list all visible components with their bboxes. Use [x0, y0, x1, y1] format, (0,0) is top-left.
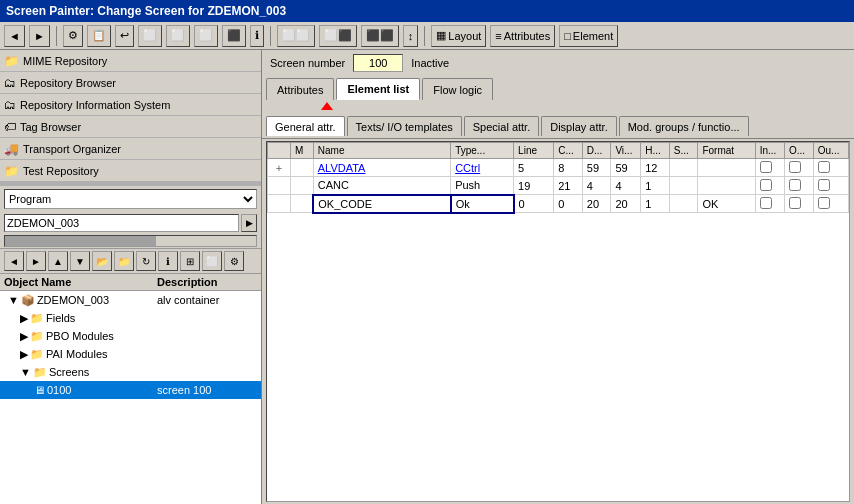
nav-test-repo[interactable]: 📁 Test Repository [0, 160, 261, 182]
scroll-right-btn[interactable]: ▶ [241, 214, 257, 232]
cell-vi: 20 [611, 195, 641, 213]
cell-in [755, 159, 784, 177]
cell-vi: 4 [611, 177, 641, 195]
cell-s [669, 177, 698, 195]
tree-row-zdemon[interactable]: ▼ 📦 ZDEMON_003 alv container [0, 291, 261, 309]
icon-btn-filter[interactable]: ⊞ [180, 251, 200, 271]
col-o: O... [785, 143, 814, 159]
attributes-button[interactable]: ≡ Attributes [490, 25, 555, 47]
cell-type: CCtrl [451, 159, 514, 177]
table-row[interactable]: CANC Push 19 21 4 4 1 [268, 177, 849, 195]
tree-label-fields: Fields [46, 312, 157, 324]
arrow-indicator-row [266, 100, 850, 114]
element-button[interactable]: □ Element [559, 25, 618, 47]
col-h2: H... [641, 143, 670, 159]
nav-test-repo-label: Test Repository [23, 165, 99, 177]
checkbox-ou-2[interactable] [818, 179, 830, 191]
transport-icon: 🚚 [4, 142, 19, 156]
forward-button[interactable]: ► [29, 25, 50, 47]
icon-btn-down[interactable]: ▼ [70, 251, 90, 271]
btn7[interactable]: ⬛ [222, 25, 246, 47]
sub-tab-general[interactable]: General attr. [266, 116, 345, 136]
sub-tab-display[interactable]: Display attr. [541, 116, 616, 136]
btn3[interactable]: ↩ [115, 25, 134, 47]
cell-d: 20 [582, 195, 611, 213]
checkbox-o-2[interactable] [789, 179, 801, 191]
checkbox-in-1[interactable] [760, 161, 772, 173]
btn9[interactable]: ⬜⬜ [277, 25, 315, 47]
icon-btn-info[interactable]: ℹ [158, 251, 178, 271]
cell-h [268, 195, 291, 213]
tab-flow-logic[interactable]: Flow logic [422, 78, 493, 100]
link-alvdata[interactable]: ALVDATA [318, 162, 366, 174]
title-bar: Screen Painter: Change Screen for ZDEMON… [0, 0, 854, 22]
icon-btn-settings[interactable]: ⚙ [224, 251, 244, 271]
cell-o [785, 195, 814, 213]
table-row[interactable]: + ALVDATA CCtrl 5 8 59 59 12 [268, 159, 849, 177]
btn11[interactable]: ⬛⬛ [361, 25, 399, 47]
nav-repo-browser[interactable]: 🗂 Repository Browser [0, 72, 261, 94]
tab-attributes[interactable]: Attributes [266, 78, 334, 100]
btn8[interactable]: ℹ [250, 25, 264, 47]
tree-row-0100[interactable]: 🖥 0100 screen 100 [0, 381, 261, 399]
table-row-ok-code[interactable]: OK_CODE Ok 0 0 20 20 1 OK [268, 195, 849, 213]
btn4[interactable]: ⬜ [138, 25, 162, 47]
tab-element-list[interactable]: Element list [336, 78, 420, 100]
tag-browser-icon: 🏷 [4, 120, 16, 134]
icon-btn-expand[interactable]: ⬜ [202, 251, 222, 271]
btn2[interactable]: 📋 [87, 25, 111, 47]
btn10[interactable]: ⬜⬛ [319, 25, 357, 47]
checkbox-ou-3[interactable] [818, 197, 830, 209]
cell-name[interactable]: ALVDATA [313, 159, 450, 177]
tree-label-pai: PAI Modules [46, 348, 157, 360]
checkbox-in-3[interactable] [760, 197, 772, 209]
icon-toolbar: ◄ ► ▲ ▼ 📂 📁 ↻ ℹ ⊞ ⬜ ⚙ [0, 248, 261, 273]
screen-number-input[interactable] [353, 54, 403, 72]
sub-tab-special[interactable]: Special attr. [464, 116, 539, 136]
test-repo-icon: 📁 [4, 164, 19, 178]
nav-repo-info[interactable]: 🗂 Repository Information System [0, 94, 261, 116]
nav-transport[interactable]: 🚚 Transport Organizer [0, 138, 261, 160]
cell-name: CANC [313, 177, 450, 195]
cell-ou [813, 177, 848, 195]
tree-row-fields[interactable]: ▶ 📁 Fields [0, 309, 261, 327]
back-button[interactable]: ◄ [4, 25, 25, 47]
right-panel: Screen number Inactive Attributes Elemen… [262, 50, 854, 504]
checkbox-o-3[interactable] [789, 197, 801, 209]
icon-btn-refresh[interactable]: ↻ [136, 251, 156, 271]
icon-btn-back[interactable]: ◄ [4, 251, 24, 271]
nav-mime-repo[interactable]: 📁 MIME Repository [0, 50, 261, 72]
icon-btn-folder-up[interactable]: 📂 [92, 251, 112, 271]
tree-row-pbo[interactable]: ▶ 📁 PBO Modules [0, 327, 261, 345]
layout-button[interactable]: ▦ Layout [431, 25, 486, 47]
object-name-input[interactable] [4, 214, 239, 232]
btn5[interactable]: ⬜ [166, 25, 190, 47]
cell-type: Push [451, 177, 514, 195]
dropdown-row: Program Function Group Class [0, 186, 261, 212]
tree-row-screens[interactable]: ▼ 📁 Screens [0, 363, 261, 381]
toolbar: ◄ ► ⚙ 📋 ↩ ⬜ ⬜ ⬜ ⬛ ℹ ⬜⬜ ⬜⬛ ⬛⬛ ↕ ▦ Layout … [0, 22, 854, 50]
icon-btn-forward[interactable]: ► [26, 251, 46, 271]
col-type: Type... [451, 143, 514, 159]
element-list-table-container: M Name Type... Line C... D... Vi... H...… [266, 141, 850, 502]
sub-tab-mod-groups[interactable]: Mod. groups / functio... [619, 116, 749, 136]
btn1[interactable]: ⚙ [63, 25, 83, 47]
icon-btn-up[interactable]: ▲ [48, 251, 68, 271]
folder-icon-zdemon: 📦 [21, 294, 35, 307]
tree-row-pai[interactable]: ▶ 📁 PAI Modules [0, 345, 261, 363]
sub-tab-texts[interactable]: Texts/ I/O templates [347, 116, 462, 136]
link-cctrl[interactable]: CCtrl [455, 162, 480, 174]
program-dropdown[interactable]: Program Function Group Class [4, 189, 257, 209]
checkbox-o-1[interactable] [789, 161, 801, 173]
cell-line: 0 [514, 195, 554, 213]
cell-o [785, 159, 814, 177]
icon-btn-folder-close[interactable]: 📁 [114, 251, 134, 271]
checkbox-in-2[interactable] [760, 179, 772, 191]
element-icon: □ [564, 30, 571, 42]
folder-icon-pai: 📁 [30, 348, 44, 361]
btn6[interactable]: ⬜ [194, 25, 218, 47]
checkbox-ou-1[interactable] [818, 161, 830, 173]
scrollbar-thumb[interactable] [5, 236, 156, 246]
nav-tag-browser[interactable]: 🏷 Tag Browser [0, 116, 261, 138]
btn12[interactable]: ↕ [403, 25, 419, 47]
